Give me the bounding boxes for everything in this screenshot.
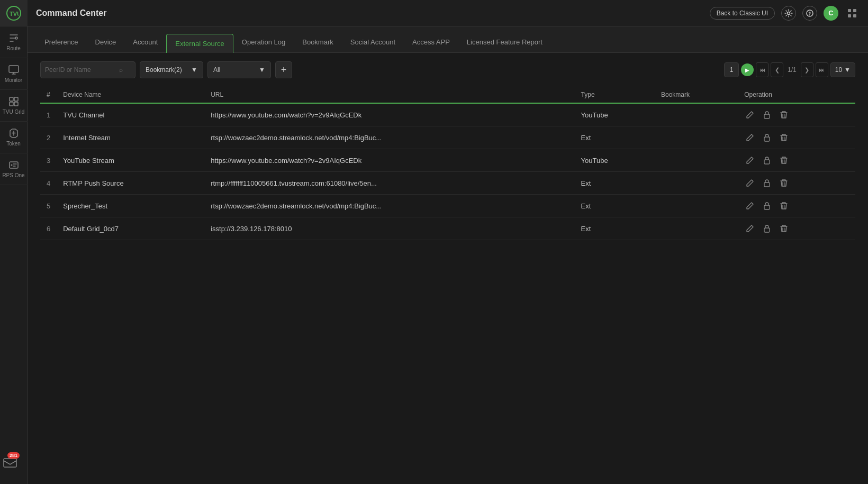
logo-icon: TVU (6, 6, 21, 21)
row-bookmark (655, 149, 738, 172)
lock-button[interactable] (761, 177, 773, 189)
settings-button[interactable] (781, 6, 796, 21)
classic-ui-button[interactable]: Back to Classic UI (710, 7, 775, 20)
lock-button[interactable] (761, 109, 773, 121)
sidebar-item-token-label: Token (6, 141, 21, 147)
row-type: Ext (575, 217, 655, 240)
sidebar-item-rps-one[interactable]: RPS One (0, 153, 28, 185)
delete-button[interactable] (778, 154, 790, 166)
row-bookmark (655, 103, 738, 126)
svg-point-12 (809, 15, 810, 15)
sidebar: TVU Route Monitor (0, 0, 28, 484)
table-row: 2Internet Streamrtsp://wowzaec2demo.stre… (40, 126, 855, 149)
user-avatar[interactable]: C (824, 6, 838, 21)
apps-grid-button[interactable] (845, 6, 860, 21)
table-row: 6Default Grid_0cd7isstp://3.239.126.178:… (40, 217, 855, 240)
row-operations (738, 217, 855, 240)
app-title: Command Center (36, 8, 106, 18)
tab-bookmark[interactable]: Bookmark (294, 33, 342, 52)
go-page-button[interactable]: ▶ (741, 63, 754, 76)
current-page-input[interactable]: 1 (724, 62, 739, 77)
row-device-name: Sprecher_Test (57, 195, 204, 217)
row-bookmark (655, 126, 738, 149)
col-header-type: Type (575, 87, 655, 103)
first-page-button[interactable]: ⏮ (756, 62, 768, 77)
search-icon: ⌕ (119, 66, 123, 74)
tab-account[interactable]: Account (124, 33, 166, 52)
row-type: Ext (575, 172, 655, 195)
route-icon (8, 33, 19, 43)
bookmark-filter-dropdown[interactable]: Bookmark(2) ▼ (140, 61, 203, 78)
table-row: 4RTMP Push Sourcertmp://fffffff110005661… (40, 172, 855, 195)
grid-icon (8, 96, 19, 107)
edit-button[interactable] (744, 109, 756, 121)
tab-licensed-feature-report[interactable]: Licensed Feature Report (458, 33, 551, 52)
search-input[interactable] (45, 66, 119, 74)
table-row: 3YouTube Streamhttps://www.youtube.com/w… (40, 149, 855, 172)
sidebar-item-tvu-grid-label: TVU Grid (3, 109, 25, 115)
lock-button[interactable] (761, 223, 773, 234)
tab-social-account[interactable]: Social Account (342, 33, 404, 52)
edit-button[interactable] (744, 200, 756, 212)
delete-button[interactable] (778, 109, 790, 121)
tab-device[interactable]: Device (87, 33, 125, 52)
row-type: Ext (575, 195, 655, 217)
delete-button[interactable] (778, 132, 790, 143)
last-page-button[interactable]: ⏭ (816, 62, 828, 77)
svg-rect-2 (9, 66, 19, 72)
svg-text:TVU: TVU (10, 11, 19, 17)
row-num: 5 (40, 195, 57, 217)
col-header-#: # (40, 87, 57, 103)
row-num: 4 (40, 172, 57, 195)
notification-area[interactable]: 281 (3, 448, 17, 468)
prev-page-button[interactable]: ❮ (771, 62, 783, 77)
table-header-row: #Device NameURLTypeBookmarkOperation (40, 87, 855, 103)
svg-rect-9 (4, 459, 16, 467)
edit-button[interactable] (744, 223, 756, 234)
svg-rect-14 (853, 9, 856, 12)
lock-button[interactable] (761, 154, 773, 166)
tab-external-source[interactable]: External Source (166, 34, 233, 53)
row-operations (738, 126, 855, 149)
edit-button[interactable] (744, 132, 756, 143)
delete-button[interactable] (778, 200, 790, 212)
sidebar-item-token[interactable]: Token (0, 122, 28, 153)
search-box[interactable]: ⌕ (40, 61, 135, 78)
delete-button[interactable] (778, 223, 790, 234)
page-size-dropdown[interactable]: 10 ▼ (830, 62, 855, 77)
sidebar-item-tvu-grid[interactable]: TVU Grid (0, 90, 28, 122)
row-num: 3 (40, 149, 57, 172)
sidebar-item-route[interactable]: Route (0, 26, 28, 58)
lock-button[interactable] (761, 200, 773, 212)
sidebar-item-monitor[interactable]: Monitor (0, 58, 28, 90)
row-type: YouTube (575, 149, 655, 172)
rps-icon (8, 160, 19, 170)
edit-button[interactable] (744, 154, 756, 166)
svg-rect-20 (764, 182, 770, 187)
col-header-device-name: Device Name (57, 87, 204, 103)
row-num: 2 (40, 126, 57, 149)
add-source-button[interactable]: + (275, 61, 292, 78)
delete-button[interactable] (778, 177, 790, 189)
row-bookmark (655, 195, 738, 217)
page-size-value: 10 (835, 66, 842, 74)
row-url: rtsp://wowzaec2demo.streamlock.net/vod/m… (204, 126, 574, 149)
row-device-name: RTMP Push Source (57, 172, 204, 195)
svg-rect-18 (764, 137, 770, 141)
lock-button[interactable] (761, 132, 773, 143)
help-button[interactable] (802, 6, 817, 21)
tab-preference[interactable]: Preference (36, 33, 87, 52)
svg-rect-4 (14, 97, 18, 101)
next-page-button[interactable]: ❯ (801, 62, 813, 77)
row-url: isstp://3.239.126.178:8010 (204, 217, 574, 240)
topbar: Command Center Back to Classic UI C (28, 0, 868, 26)
type-filter-dropdown[interactable]: All ▼ (207, 61, 271, 78)
main-area: Command Center Back to Classic UI C (28, 0, 868, 484)
tab-access-app[interactable]: Access APP (404, 33, 458, 52)
edit-button[interactable] (744, 177, 756, 189)
row-type: YouTube (575, 103, 655, 126)
type-filter-label: All (213, 66, 220, 74)
sidebar-item-route-label: Route (6, 45, 21, 51)
svg-rect-15 (848, 14, 851, 17)
tab-operation-log[interactable]: Operation Log (233, 33, 294, 52)
